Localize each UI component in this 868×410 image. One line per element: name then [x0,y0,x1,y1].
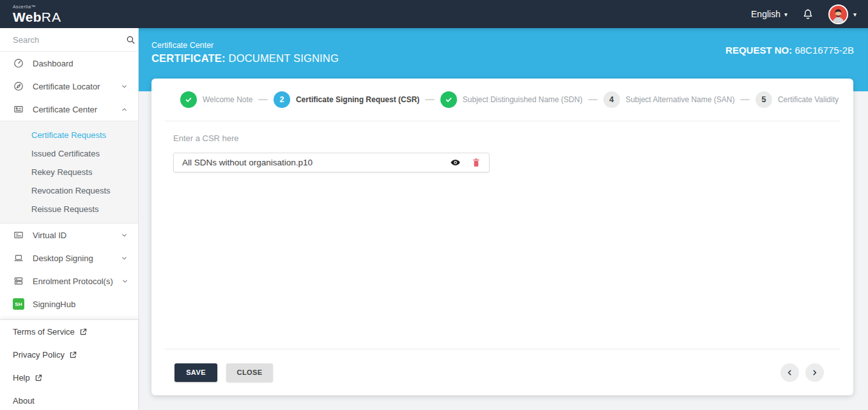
certificate-card-icon [13,103,24,115]
sidebar-nav: Dashboard Certificate Locator Certificat… [0,52,138,338]
step-sdn[interactable]: Subject Distinguished Name (SDN) [440,91,582,108]
compass-icon [13,80,24,92]
app-logo[interactable]: Ascertia™ WebRA [13,4,61,24]
laptop-icon [13,252,24,264]
chevron-down-icon [121,255,128,262]
step-number: 5 [756,91,772,108]
step-connector [258,99,267,100]
chevron-down-icon [121,278,128,285]
sidebar-item-label: Dashboard [33,59,74,68]
csr-file-name: All SDNs without organisation.p10 [182,158,313,167]
save-button[interactable]: SAVE [174,363,217,382]
wizard-footer: SAVE CLOSE [165,349,840,395]
brand-name: WebRA [13,10,61,24]
gauge-icon [13,57,24,69]
sidebar-item-virtual-id[interactable]: Virtual ID [0,224,138,247]
next-step-button[interactable] [805,363,824,382]
sidebar-item-dashboard[interactable]: Dashboard [0,52,138,75]
chevron-down-icon [121,83,128,90]
step-welcome-note[interactable]: Welcome Note [180,91,252,108]
step-csr[interactable]: 2 Certificate Signing Request (CSR) [274,91,419,108]
chevron-up-icon [121,106,128,113]
sidebar-item-label: Certificate Locator [33,82,100,91]
terms-of-service-link[interactable]: Terms of Service [13,320,138,343]
close-button[interactable]: CLOSE [226,363,273,382]
topbar: Ascertia™ WebRA English ▾ [0,0,868,28]
chevron-down-icon [121,232,128,239]
sidebar: Dashboard Certificate Locator Certificat… [0,28,139,410]
check-icon [440,91,457,108]
user-menu[interactable]: ▾ [828,4,856,24]
language-label: English [751,9,780,19]
csr-form: Enter a CSR here All SDNs without organi… [151,121,853,349]
step-number: 2 [274,91,290,108]
about-link[interactable]: About [13,389,138,410]
chevron-down-icon: ▾ [784,11,787,18]
external-link-icon [35,374,43,382]
sidebar-item-certificate-center[interactable]: Certificate Center [0,98,138,121]
privacy-policy-link[interactable]: Privacy Policy [13,343,138,366]
server-stack-icon [13,275,24,287]
sidebar-item-rekey-requests[interactable]: Rekey Requests [0,163,138,181]
wizard-card: Welcome Note 2 Certificate Signing Reque… [151,79,853,395]
sidebar-item-certificate-locator[interactable]: Certificate Locator [0,75,138,98]
main-content: Certificate Center CERTIFICATE: DOCUMENT… [139,28,868,410]
breadcrumb: Certificate Center [151,41,339,50]
certificate-center-submenu: Certificate Requests Issued Certificates… [0,121,138,224]
sidebar-item-label: Virtual ID [33,231,66,240]
language-selector[interactable]: English ▾ [751,9,787,19]
csr-file-field[interactable]: All SDNs without organisation.p10 [173,153,490,172]
id-card-icon [13,229,24,241]
delete-csr-trash-icon[interactable] [472,158,481,168]
check-icon [180,91,197,108]
chevron-down-icon: ▾ [853,11,856,18]
sidebar-search [0,28,138,52]
sidebar-item-enrolment-protocols[interactable]: Enrolment Protocol(s) [0,270,138,292]
sidebar-item-label: Enrolment Protocol(s) [33,277,113,286]
avatar [828,4,848,24]
sidebar-item-label: Certificate Center [33,105,97,114]
page-title: CERTIFICATE: DOCUMENT SIGNING [151,52,339,65]
step-connector [740,99,749,100]
step-san[interactable]: 4 Subject Alternative Name (SAN) [603,91,735,108]
search-icon[interactable] [125,34,136,45]
chevron-left-icon [786,368,794,377]
previous-step-button[interactable] [780,363,799,382]
step-connector [425,99,434,100]
sidebar-item-certificate-requests[interactable]: Certificate Requests [0,126,138,144]
signinghub-icon: SH [13,298,24,310]
sidebar-item-signinghub[interactable]: SH SigningHub [0,292,138,315]
sidebar-item-desktop-signing[interactable]: Desktop Signing [0,247,138,270]
sidebar-item-label: SigningHub [33,300,75,309]
sidebar-item-revocation-requests[interactable]: Revocation Requests [0,181,138,200]
step-connector [588,99,597,100]
step-validity[interactable]: 5 Certificate Validity [756,91,839,108]
sidebar-item-label: Desktop Signing [33,254,93,263]
csr-field-label: Enter a CSR here [173,133,840,143]
notifications-bell-icon[interactable] [802,8,814,20]
search-input[interactable] [13,35,125,45]
step-number: 4 [603,91,620,108]
external-link-icon [69,351,77,359]
wizard-stepper: Welcome Note 2 Certificate Signing Reque… [165,79,840,121]
sidebar-item-issued-certificates[interactable]: Issued Certificates [0,144,138,163]
sidebar-item-reissue-requests[interactable]: Reissue Requests [0,200,138,218]
brand-company: Ascertia™ [13,4,61,9]
help-link[interactable]: Help [13,366,138,389]
external-link-icon [79,328,88,336]
sidebar-footer: Terms of Service Privacy Policy Help Abo… [0,319,138,410]
chevron-right-icon [810,368,819,377]
view-csr-eye-icon[interactable] [450,157,461,168]
